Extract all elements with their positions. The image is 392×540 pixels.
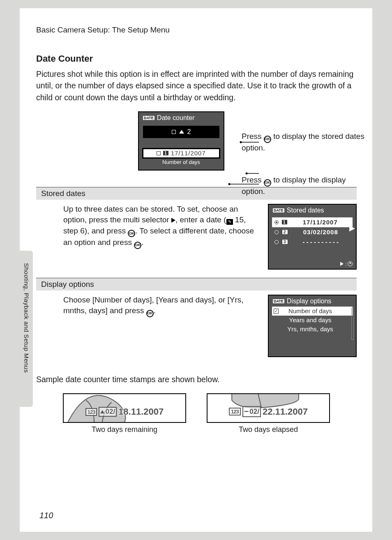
stored-date-row: 1 17/11/2007: [272, 217, 353, 227]
lcd-footer-icons: :: [340, 261, 353, 267]
display-option-label: Number of days: [274, 307, 351, 314]
date-stamp-icon: [172, 130, 176, 134]
ok-icon: OK: [134, 242, 141, 249]
stored-date-value: 03/02/2008: [291, 228, 350, 235]
breadcrumb: Basic Camera Setup: The Setup Menu: [36, 25, 357, 35]
stamp-date: 22.11.2007: [263, 406, 308, 417]
lcd-title-text: Date counter: [157, 114, 195, 122]
display-option-label: Yrs, mnths, days: [274, 325, 351, 332]
stamp-tag: 123: [229, 408, 241, 415]
slot-number: 2: [187, 128, 191, 136]
stored-date-value: - - - - - - - - - -: [291, 238, 350, 245]
lcd-display-options: DATE Display options ✓ Number of days Ye…: [268, 295, 357, 357]
play-icon: [340, 262, 344, 266]
radio-icon: [274, 230, 279, 234]
lcd-stored-dates: DATE Stored dates 1 17/11/2007 2 03/02/2…: [268, 204, 357, 270]
clock-icon: [348, 261, 353, 266]
display-option-row: ✓ Number of days: [272, 307, 353, 316]
stamp-date: 18.11.2007: [118, 406, 164, 417]
right-triangle-icon: [171, 218, 175, 223]
page-title: Date Counter: [36, 53, 357, 64]
sample-elapsed: 123 −02/ 22.11.2007 Two days elapsed: [207, 393, 330, 434]
svg-point-3: [228, 183, 231, 185]
lcd-row-slot2: 2: [143, 126, 219, 138]
slot-badge: 1: [282, 220, 287, 224]
radio-icon: [274, 240, 279, 244]
sample-caption: Two days elapsed: [207, 425, 330, 434]
stored-date-row: 2 03/02/2008: [272, 227, 353, 237]
display-option-row: Years and days: [272, 316, 353, 325]
up-triangle-icon: [179, 130, 184, 134]
stored-dates-text: Up to three dates can be stored. To set,…: [63, 204, 260, 270]
display-option-label: Years and days: [274, 316, 351, 323]
intro-paragraph: Pictures shot while this option is in ef…: [36, 68, 357, 103]
arrow-icon: −: [244, 407, 249, 416]
ok-icon: OK: [128, 230, 135, 237]
page-ref-icon: ✎: [226, 219, 233, 225]
date-badge-icon: DATE: [273, 208, 284, 212]
stored-date-row: 3 - - - - - - - - - -: [272, 237, 353, 247]
stored-date-value: 17/11/2007: [291, 219, 350, 226]
slot-badge: 1: [163, 151, 168, 155]
ok-icon: OK: [146, 310, 154, 317]
stamp-counter: −02/: [242, 406, 261, 417]
display-option-row: Yrs, mnths, days: [272, 325, 353, 334]
lcd-title-text: Display options: [287, 298, 332, 305]
sample-intro: Sample date counter time stamps are show…: [36, 374, 357, 385]
ok-icon: OK: [264, 179, 271, 187]
slot-date: 17/11/2007: [171, 150, 206, 157]
svg-point-6: [246, 173, 248, 175]
ok-icon: OK: [264, 136, 271, 143]
lcd-row-slot1-selected: 1 17/11/2007: [143, 149, 219, 157]
stamp-tag: 123: [85, 408, 97, 416]
slot-badge: 3: [282, 239, 288, 245]
check-icon: ✓: [274, 309, 279, 314]
lcd-title-text: Stored dates: [287, 207, 324, 214]
section-header-display-options: Display options: [36, 278, 357, 291]
callout-display-option: Press OK to display the display option.: [242, 175, 369, 197]
radio-selected-icon: [274, 220, 279, 224]
display-options-text: Choose [Number of days], [Years and days…: [63, 295, 260, 357]
right-arrow-icon: ▶: [349, 224, 355, 233]
up-triangle-icon: [100, 410, 104, 413]
sample-remaining: 123 02/ 18.11.2007 Two days remaining: [63, 393, 186, 434]
slot-badge: 2: [282, 229, 288, 235]
stamp-counter: 02/: [99, 407, 117, 417]
scrollbar: [351, 308, 354, 340]
page-number: 110: [39, 511, 53, 520]
sample-caption: Two days remaining: [63, 425, 186, 434]
date-stamp-icon: [157, 151, 161, 155]
date-badge-icon: DATE: [273, 299, 284, 303]
date-badge-icon: DATE: [143, 116, 154, 120]
callout-stored-dates: Press OK to display the stored dates opt…: [242, 132, 369, 153]
side-section-label: Shooting, Playback and Setup Menus: [23, 263, 30, 373]
